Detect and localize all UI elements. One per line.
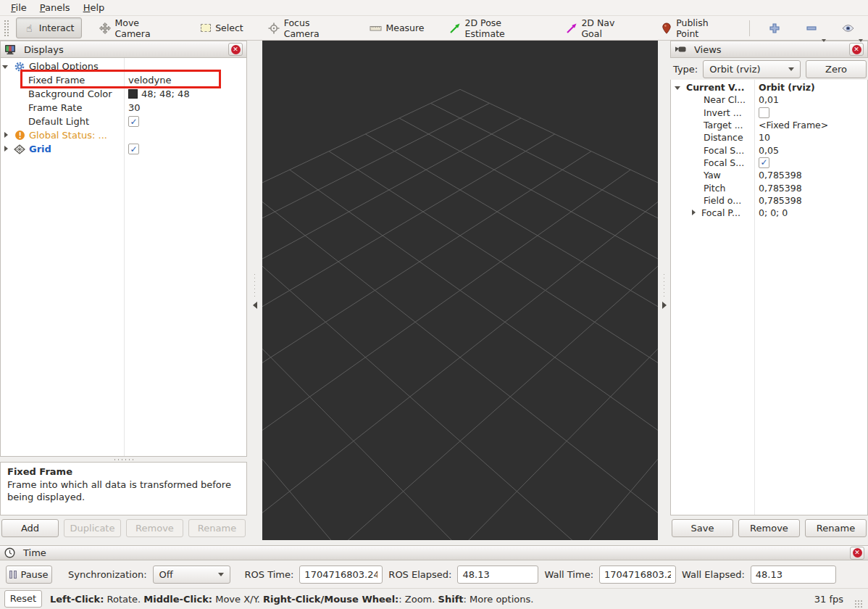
tree-row[interactable]: Focal P...0; 0; 0 (671, 207, 867, 219)
property-value-cell[interactable]: 0,785398 (754, 195, 802, 206)
property-value-cell[interactable]: ✓ (124, 144, 139, 154)
property-value-cell[interactable]: 0,01 (754, 94, 779, 105)
remove-tool-button[interactable] (798, 17, 825, 38)
property-value-cell[interactable]: ✓ (754, 157, 769, 168)
tree-row[interactable]: Field o...0,785398 (671, 194, 867, 207)
render-viewport-3d[interactable] (262, 41, 658, 540)
sync-combo[interactable]: Off (153, 566, 230, 584)
publish-point-tool-button[interactable]: Publish Point (653, 13, 738, 44)
views-close-button[interactable]: ✕ (849, 43, 864, 56)
pause-button[interactable]: Pause (6, 566, 52, 584)
move-camera-tool-button[interactable]: Move Camera (92, 13, 183, 44)
property-value-cell[interactable]: 30 (124, 102, 141, 113)
property-value-cell[interactable]: 0,05 (754, 145, 779, 156)
property-value-cell[interactable]: 10 (754, 132, 770, 143)
interact-tool-button[interactable]: ☝ Interact (16, 17, 82, 38)
property-value-cell[interactable]: Orbit (rviz) (754, 82, 815, 93)
property-value-cell[interactable] (754, 107, 769, 118)
collapse-right-icon[interactable] (662, 302, 667, 309)
ros-time-field[interactable] (299, 566, 383, 584)
statusbar: Reset Left-Click: Rotate. Middle-Click: … (0, 589, 868, 609)
measure-tool-button[interactable]: Measure (362, 17, 431, 38)
displays-panel-title: Displays (24, 44, 224, 55)
expander-right-icon[interactable] (690, 210, 697, 217)
visibility-tool-button[interactable] (835, 17, 861, 38)
select-tool-button[interactable]: Select (192, 17, 251, 38)
tree-row[interactable]: Distance10 (671, 131, 867, 144)
tree-row[interactable]: Default Light✓ (1, 115, 246, 128)
property-value-cell[interactable]: 0,785398 (754, 183, 802, 194)
time-close-button[interactable]: ✕ (850, 547, 864, 560)
expander-right-icon[interactable] (2, 132, 9, 139)
ros-elapsed-field[interactable] (457, 566, 538, 584)
property-name-cell: Global Options (1, 59, 124, 73)
splitter-handle[interactable] (662, 273, 666, 297)
tree-row[interactable]: Invert ... (671, 107, 867, 119)
focus-camera-tool-button[interactable]: Focus Camera (261, 13, 353, 44)
tree-row[interactable]: Background Color48; 48; 48 (1, 87, 246, 101)
mouse-help-segment: Right-Click/Mouse Wheel: (263, 594, 398, 605)
rename-button[interactable]: Rename (188, 519, 246, 537)
displays-close-button[interactable]: ✕ (228, 43, 243, 56)
tree-row[interactable]: Global Status: ... (1, 128, 246, 142)
displays-splitter[interactable] (0, 457, 247, 462)
property-name-cell: Background Color (1, 87, 124, 101)
duplicate-button[interactable]: Duplicate (64, 519, 121, 537)
displays-panel-header[interactable]: Displays ✕ (0, 41, 247, 58)
menu-help[interactable]: Help (77, 1, 112, 14)
save-button[interactable]: Save (672, 519, 733, 537)
tree-row[interactable]: Frame Rate30 (1, 101, 246, 115)
toolbar-drag-handle[interactable] (4, 20, 9, 37)
property-value: <Fixed Frame> (759, 120, 828, 130)
tree-row[interactable]: Focal S...0,05 (671, 144, 867, 156)
menu-panels[interactable]: Panels (33, 1, 77, 14)
property-name: Fixed Frame (28, 75, 85, 86)
zero-button[interactable]: Zero (806, 60, 867, 78)
tree-row[interactable]: Yaw0,785398 (671, 169, 867, 181)
expander-right-icon[interactable] (2, 146, 9, 153)
tree-row[interactable]: Near Cl...0,01 (671, 94, 867, 106)
checkbox-checked[interactable]: ✓ (128, 144, 139, 154)
tree-row[interactable]: Pitch0,785398 (671, 181, 867, 194)
collapse-left-icon[interactable] (253, 302, 257, 309)
property-value-cell[interactable]: velodyne (124, 75, 171, 86)
reset-button[interactable]: Reset (4, 590, 42, 608)
property-value-cell[interactable]: <Fixed Frame> (754, 120, 828, 130)
tree-row[interactable]: Grid✓ (1, 142, 246, 156)
wall-time-field[interactable] (599, 566, 676, 584)
view-type-combo[interactable]: Orbit (rviz) (703, 60, 801, 78)
expander-down-icon[interactable] (675, 84, 682, 91)
measure-ruler-icon (370, 22, 382, 34)
expander-down-icon[interactable] (2, 63, 9, 70)
tree-row[interactable]: Global Options (1, 59, 246, 73)
right-splitter[interactable] (658, 41, 670, 540)
menu-file[interactable]: File (4, 1, 33, 14)
tree-row[interactable]: Focal S...✓ (671, 157, 867, 169)
splitter-handle[interactable] (253, 273, 256, 297)
left-splitter[interactable] (247, 41, 262, 540)
tree-row[interactable]: Current V...Orbit (rviz) (671, 81, 867, 94)
checkbox-checked[interactable]: ✓ (759, 157, 769, 168)
tree-row[interactable]: Fixed Framevelodyne (1, 73, 246, 87)
remove-view-button[interactable]: Remove (738, 519, 800, 537)
time-panel-header[interactable]: Time ✕ (0, 545, 868, 560)
add-tool-button[interactable] (761, 17, 788, 38)
property-name-cell: Field o... (671, 194, 754, 207)
add-button[interactable]: Add (1, 519, 59, 537)
property-value-cell[interactable]: 0,785398 (754, 170, 802, 181)
resize-grip[interactable] (854, 600, 864, 609)
property-value-cell[interactable]: ✓ (124, 116, 139, 127)
wall-elapsed-field[interactable] (751, 566, 836, 584)
remove-button[interactable]: Remove (126, 519, 183, 537)
rename-view-button[interactable]: Rename (805, 519, 867, 537)
views-panel-header[interactable]: Views ✕ (670, 41, 868, 58)
nav-goal-tool-button[interactable]: 2D Nav Goal (558, 13, 643, 44)
property-value-cell[interactable]: 0; 0; 0 (754, 207, 788, 218)
focus-camera-icon (268, 22, 280, 34)
checkbox-checked[interactable]: ✓ (128, 116, 139, 127)
property-name: Invert ... (704, 107, 742, 118)
property-value-cell[interactable]: 48; 48; 48 (124, 88, 190, 99)
pose-estimate-tool-button[interactable]: 2D Pose Estimate (442, 13, 548, 44)
tree-row[interactable]: Target ...<Fixed Frame> (671, 119, 867, 131)
checkbox-unchecked[interactable] (759, 107, 769, 118)
